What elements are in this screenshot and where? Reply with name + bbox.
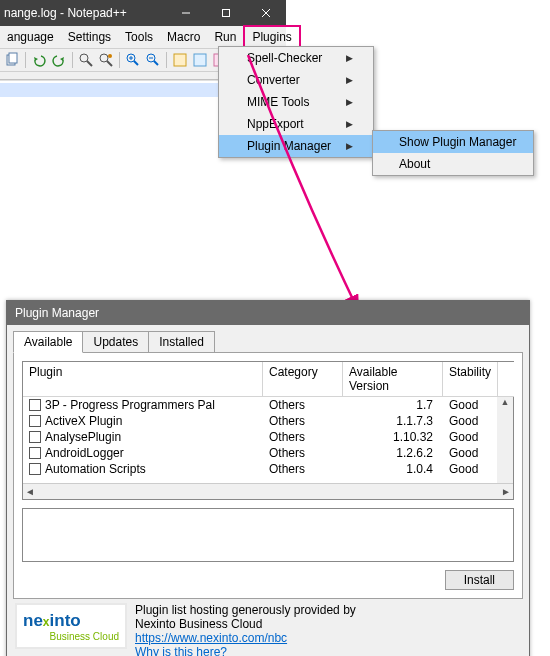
menu-converter[interactable]: Converter▶ (219, 69, 373, 91)
plugin-stability: Good (443, 429, 497, 445)
submenu-about[interactable]: About (373, 153, 533, 175)
description-box (22, 508, 514, 562)
plugins-menu: Spell-Checker▶ Converter▶ MIME Tools▶ Np… (218, 46, 374, 158)
scroll-right-icon[interactable]: ► (501, 486, 511, 497)
plugin-version: 1.0.4 (343, 461, 443, 477)
info-line1: Plugin list hosting generously provided … (135, 603, 356, 617)
row-checkbox[interactable] (29, 463, 41, 475)
col-plugin[interactable]: Plugin (23, 362, 263, 397)
col-version[interactable]: Available Version (343, 362, 443, 397)
menu-run[interactable]: Run (207, 27, 243, 47)
table-row[interactable]: Automation ScriptsOthers1.0.4Good (23, 461, 513, 477)
info-url[interactable]: https://www.nexinto.com/nbc (135, 631, 356, 645)
plugin-category: Others (263, 445, 343, 461)
chevron-right-icon: ▶ (346, 75, 353, 85)
scroll-left-icon[interactable]: ◄ (25, 486, 35, 497)
plugin-name: AnalysePlugin (45, 430, 121, 444)
plugin-manager-submenu: Show Plugin Manager About (372, 130, 534, 176)
vertical-scrollbar[interactable]: ▲ (497, 397, 513, 483)
chevron-right-icon: ▶ (346, 141, 353, 151)
plugin-manager-dialog: Plugin Manager Available Updates Install… (6, 300, 530, 656)
info-why[interactable]: Why is this here? (135, 645, 356, 656)
undo-icon[interactable] (31, 52, 47, 68)
plugin-stability: Good (443, 413, 497, 429)
row-checkbox[interactable] (29, 431, 41, 443)
menu-plugin-manager[interactable]: Plugin Manager▶ (219, 135, 373, 157)
plugin-version: 1.10.32 (343, 429, 443, 445)
plugin-version: 1.1.7.3 (343, 413, 443, 429)
plugin-version: 1.7 (343, 397, 443, 413)
submenu-show-plugin-manager[interactable]: Show Plugin Manager (373, 131, 533, 153)
plugin-version: 1.2.6.2 (343, 445, 443, 461)
table-row[interactable]: ActiveX PluginOthers1.1.7.3Good (23, 413, 513, 429)
tab-bar: Available Updates Installed (7, 325, 529, 352)
plugin-name: Automation Scripts (45, 462, 146, 476)
menu-settings[interactable]: Settings (61, 27, 118, 47)
row-checkbox[interactable] (29, 399, 41, 411)
table-row[interactable]: AnalysePluginOthers1.10.32Good (23, 429, 513, 445)
svg-line-17 (154, 61, 158, 65)
svg-line-9 (107, 61, 112, 66)
col-category[interactable]: Category (263, 362, 343, 397)
replace-icon[interactable] (98, 52, 114, 68)
horizontal-scrollbar[interactable]: ◄ ► (23, 483, 513, 499)
menu-nppexport[interactable]: NppExport▶ (219, 113, 373, 135)
svg-rect-5 (9, 53, 17, 63)
nexinto-logo: nexinto Business Cloud (15, 603, 127, 649)
menu-spellchecker[interactable]: Spell-Checker▶ (219, 47, 373, 69)
plugin-stability: Good (443, 461, 497, 477)
plugin-category: Others (263, 413, 343, 429)
plugin-name: AndroidLogger (45, 446, 124, 460)
dialog-title: Plugin Manager (7, 301, 529, 325)
titlebar: nange.log - Notepad++ (0, 0, 286, 26)
tab-installed[interactable]: Installed (148, 331, 215, 352)
copy-icon[interactable] (4, 52, 20, 68)
plugin-category: Others (263, 429, 343, 445)
plugin-stability: Good (443, 445, 497, 461)
plugin-category: Others (263, 397, 343, 413)
menu-tools[interactable]: Tools (118, 27, 160, 47)
plugin-stability: Good (443, 397, 497, 413)
svg-line-7 (87, 61, 92, 66)
menu-mimetools[interactable]: MIME Tools▶ (219, 91, 373, 113)
plugin-name: 3P - Progress Programmers Pal (45, 398, 215, 412)
list-header: Plugin Category Available Version Stabil… (23, 362, 513, 397)
svg-point-10 (108, 54, 112, 58)
info-line2: Nexinto Business Cloud (135, 617, 356, 631)
menu-language[interactable]: anguage (0, 27, 61, 47)
svg-rect-1 (223, 10, 230, 17)
wordwrap-icon[interactable] (172, 52, 188, 68)
scroll-up-icon[interactable]: ▲ (501, 397, 510, 407)
tab-updates[interactable]: Updates (82, 331, 149, 352)
plugin-name: ActiveX Plugin (45, 414, 122, 428)
find-icon[interactable] (78, 52, 94, 68)
zoom-out-icon[interactable] (145, 52, 161, 68)
table-row[interactable]: 3P - Progress Programmers PalOthers1.7Go… (23, 397, 513, 413)
close-button[interactable] (246, 0, 286, 26)
svg-point-8 (100, 54, 108, 62)
minimize-button[interactable] (166, 0, 206, 26)
tab-available[interactable]: Available (13, 331, 83, 353)
col-stability[interactable]: Stability (443, 362, 498, 397)
plugin-category: Others (263, 461, 343, 477)
window-title: nange.log - Notepad++ (0, 6, 166, 20)
svg-rect-19 (194, 54, 206, 66)
row-checkbox[interactable] (29, 415, 41, 427)
menu-macro[interactable]: Macro (160, 27, 207, 47)
row-checkbox[interactable] (29, 447, 41, 459)
chevron-right-icon: ▶ (346, 97, 353, 107)
redo-icon[interactable] (51, 52, 67, 68)
maximize-button[interactable] (206, 0, 246, 26)
show-all-icon[interactable] (192, 52, 208, 68)
chevron-right-icon: ▶ (346, 119, 353, 129)
plugin-list: Plugin Category Available Version Stabil… (22, 361, 514, 500)
svg-rect-18 (174, 54, 186, 66)
table-row[interactable]: AndroidLoggerOthers1.2.6.2Good (23, 445, 513, 461)
info-row: nexinto Business Cloud Plugin list hosti… (7, 599, 529, 656)
zoom-in-icon[interactable] (125, 52, 141, 68)
chevron-right-icon: ▶ (346, 53, 353, 63)
svg-line-14 (134, 61, 138, 65)
install-button[interactable]: Install (445, 570, 514, 590)
svg-point-6 (80, 54, 88, 62)
